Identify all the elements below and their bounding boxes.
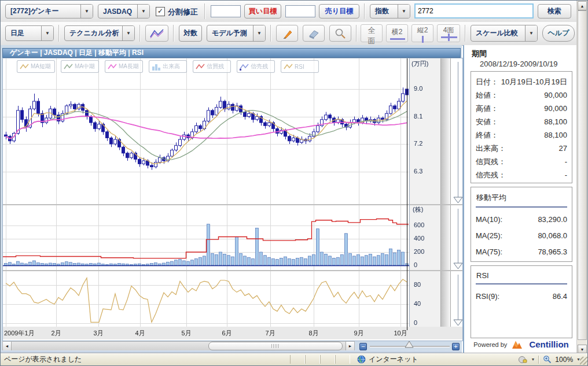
- quote-row-label: 高値：: [476, 103, 498, 114]
- symbol-combo-label: [2772]ゲンキー: [6, 5, 80, 18]
- scrollbar-thumb[interactable]: [208, 342, 343, 350]
- zoom-out-button[interactable]: −: [359, 343, 367, 350]
- statusbar-segment: [335, 355, 350, 364]
- chevron-down-icon[interactable]: ▼: [80, 5, 93, 18]
- symbol-combo[interactable]: [2772]ゲンキー ▼: [5, 4, 93, 19]
- resize-grip-icon[interactable]: [580, 357, 588, 365]
- centillion-logo-icon: [512, 340, 524, 349]
- page-vertical-scrollbar[interactable]: ▲ ▼: [576, 1, 587, 354]
- legend-label: 信買残: [207, 62, 224, 71]
- zoom-level-value[interactable]: 100%: [555, 356, 573, 364]
- app-window: [2772]ゲンキー ▼ JASDAQ ▼ ✓ 分割修正 買い目標 売り目標 指…: [0, 0, 588, 366]
- ma-row-label: MA(25):: [476, 231, 502, 240]
- toolbar-chart: 日足 ▼ テクニカル分析 ▼ 対数 モデル予測 ▼: [1, 22, 578, 46]
- protected-mode-icon[interactable]: [518, 356, 527, 364]
- rsi-row-value: 86.4: [553, 292, 567, 301]
- legend-margin-sell-button[interactable]: 信売残: [237, 60, 275, 73]
- chevron-down-icon[interactable]: ▼: [398, 5, 410, 18]
- ma-row: MA(25):80,068.0: [476, 227, 567, 243]
- sell-target-button[interactable]: 売り目標: [319, 4, 359, 19]
- line-chart-button[interactable]: [145, 25, 168, 42]
- search-input[interactable]: [414, 3, 534, 19]
- toolbar-divider: [58, 25, 60, 42]
- chart-region: ゲンキー | JASDAQ | 日足 | 移動平均 | RSI MA短期MA中期…: [1, 45, 462, 354]
- toolbar-divider: [173, 25, 174, 42]
- legend-rsi-button[interactable]: RSI: [281, 60, 319, 73]
- rsi-title: RSI: [476, 269, 567, 283]
- period-combo[interactable]: 日足 ▼: [5, 25, 54, 41]
- index-combo[interactable]: 指数 ▼: [370, 4, 410, 19]
- market-combo[interactable]: JASDAQ ▼: [98, 4, 150, 19]
- toolbar-main: [2772]ゲンキー ▼ JASDAQ ▼ ✓ 分割修正 買い目標 売り目標 指…: [1, 1, 578, 23]
- buy-target-button[interactable]: 買い目標: [244, 4, 281, 19]
- quote-row: 安値：88,100: [476, 115, 567, 128]
- ma-long-line-icon: [108, 63, 117, 71]
- chart-horizontal-scrollbar[interactable]: ◄ ►: [2, 341, 355, 351]
- ma-row-label: MA(75):: [476, 247, 502, 256]
- quote-row: 信買残：-: [476, 155, 567, 168]
- moving-average-title: 移動平均: [476, 191, 567, 206]
- chevron-down-icon[interactable]: ▼: [253, 25, 265, 41]
- legend-ma-mid-button[interactable]: MA中期: [61, 60, 99, 73]
- moving-average-box: 移動平均 MA(10):83,290.0MA(25):80,068.0MA(75…: [471, 187, 572, 262]
- layout-vertical2-button[interactable]: 縦2: [411, 24, 433, 42]
- chevron-down-icon[interactable]: ▼: [531, 357, 535, 361]
- globe-icon: [357, 355, 366, 364]
- quote-row: 高値：90,000: [476, 102, 567, 115]
- statusbar-divider: [538, 356, 539, 364]
- scroll-right-button[interactable]: ►: [346, 342, 354, 350]
- zoom-tool-button[interactable]: [329, 25, 351, 42]
- legend-ma-long-button[interactable]: MA長期: [105, 60, 143, 73]
- model-forecast-combo[interactable]: モデル予測 ▼: [207, 25, 266, 42]
- statusbar-segment: [305, 355, 320, 364]
- down-arrow-icon: ▼: [580, 347, 585, 352]
- help-button[interactable]: ヘルプ: [542, 25, 575, 42]
- toolbar-divider: [364, 3, 365, 19]
- quote-row-value: -: [565, 171, 567, 179]
- legend-ma-short-button[interactable]: MA短期: [17, 60, 55, 73]
- zoom-level-icon[interactable]: [543, 355, 552, 364]
- period-title: 期間: [472, 49, 487, 59]
- layout-quad-button[interactable]: 4面: [437, 24, 460, 42]
- pencil-icon: [281, 27, 293, 40]
- technical-analysis-combo[interactable]: テクニカル分析 ▼: [64, 25, 135, 41]
- quote-row-label: 信売残：: [476, 170, 506, 180]
- scrollbar-thumb[interactable]: [578, 10, 587, 340]
- zone-label: インターネット: [369, 354, 418, 364]
- legend-volume-button[interactable]: 出来高: [149, 60, 187, 73]
- thumb-grip: [273, 344, 274, 348]
- chevron-down-icon[interactable]: ▼: [122, 26, 134, 40]
- zoom-slider-thumb[interactable]: [405, 341, 414, 348]
- legend-margin-buy-button[interactable]: 信買残: [193, 60, 231, 73]
- model-forecast-label: モデル予測: [207, 25, 253, 41]
- scroll-left-button[interactable]: ◄: [3, 342, 12, 350]
- volume-bars-icon: [152, 63, 161, 71]
- log-scale-button[interactable]: 対数: [179, 25, 202, 42]
- layout-4-vline: [448, 34, 450, 41]
- quote-box: 日付：10月19日-10月19日始値：90,000高値：90,000安値：88,…: [471, 71, 572, 183]
- eraser-button[interactable]: [303, 25, 325, 42]
- layout-horizontal2-button[interactable]: 横2: [386, 24, 408, 42]
- chevron-down-icon[interactable]: ▼: [137, 5, 149, 18]
- ma-row-value: 78,965.3: [538, 247, 567, 256]
- chevron-down-icon[interactable]: ▼: [525, 25, 537, 41]
- scroll-up-button[interactable]: ▲: [578, 1, 587, 10]
- chevron-down-icon[interactable]: ▼: [41, 26, 53, 40]
- buy-target-input[interactable]: [211, 5, 241, 17]
- toolbar-divider: [204, 3, 205, 19]
- quote-row-value: 90,000: [544, 91, 567, 99]
- layout-full-button[interactable]: 全面: [361, 24, 383, 42]
- chart-canvas[interactable]: [2, 58, 463, 341]
- draw-pencil-button[interactable]: [276, 25, 298, 42]
- margin-sell-line-icon: [240, 63, 249, 71]
- toolbar-divider: [465, 25, 466, 42]
- market-combo-label: JASDAQ: [98, 5, 137, 18]
- toolbar-divider: [270, 25, 271, 42]
- zoom-in-button[interactable]: +: [452, 343, 460, 350]
- sell-target-input[interactable]: [285, 5, 315, 17]
- search-button[interactable]: 検索: [538, 4, 571, 19]
- scale-compare-combo[interactable]: スケール比較 ▼: [471, 25, 538, 42]
- up-arrow-icon: ▲: [580, 4, 585, 8]
- statusbar-segment: [290, 355, 305, 364]
- split-adjust-checkbox[interactable]: ✓: [156, 7, 165, 16]
